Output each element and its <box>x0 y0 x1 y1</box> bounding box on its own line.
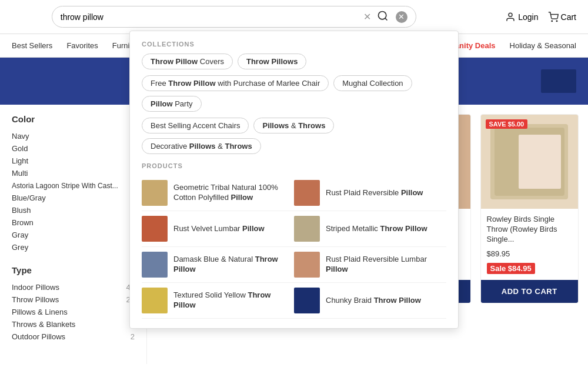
type-filter-title: Type <box>12 265 135 275</box>
product-suggestion-4[interactable]: Textured Solid Yellow Throw Pillow <box>142 283 294 319</box>
collections-list-2: Free Throw Pillow with Purchase of Marle… <box>142 75 446 112</box>
products-title: PRODUCTS <box>142 162 446 169</box>
nav-favorites[interactable]: Favorites <box>66 34 98 57</box>
product-suggestion-8[interactable]: Chunky Braid Throw Pillow <box>294 283 446 319</box>
product-suggestion-1[interactable]: Geometric Tribal Natural 100% Cotton Pol… <box>142 175 294 211</box>
collection-tag-6[interactable]: Best Selling Accent Chairs <box>142 118 249 133</box>
collection-tag-5[interactable]: Pillow Party <box>142 96 202 112</box>
color-filter-section: Color ▲ Navy3 Gold2 Light2 Multi2 Astori… <box>12 114 135 253</box>
product-suggestion-name-4: Textured Solid Yellow Throw Pillow <box>173 290 294 310</box>
product-suggestion-img-1 <box>142 180 168 206</box>
svg-point-2 <box>509 13 512 16</box>
product-suggestion-col-right: Rust Plaid Reversible Pillow Striped Met… <box>294 175 446 319</box>
color-bluegray[interactable]: Blue/Gray1 <box>12 192 135 204</box>
product-suggestion-name-6: Striped Metallic Throw Pillow <box>326 224 427 234</box>
product-suggestion-7[interactable]: Rust Plaid Reversible Lumbar Pillow <box>294 247 446 283</box>
product-suggestion-5[interactable]: Rust Plaid Reversible Pillow <box>294 175 446 211</box>
product-card-4-sale-price: Sale $84.95 <box>487 263 535 274</box>
cart-button[interactable]: Cart <box>548 12 576 22</box>
search-button[interactable] <box>375 10 391 24</box>
clear-x-icon[interactable]: ✕ <box>363 11 371 22</box>
product-suggestion-name-5: Rust Plaid Reversible Pillow <box>326 188 423 198</box>
product-card-4-info: Rowley Birds Single Throw (Rowley Birds … <box>481 209 579 280</box>
collection-tag-2[interactable]: Throw Pillows <box>238 54 306 69</box>
product-suggestion-3[interactable]: Damask Blue & Natural Throw Pillow <box>142 247 294 283</box>
color-navy[interactable]: Navy3 <box>12 130 135 142</box>
collection-tag-1[interactable]: Throw Pillow Covers <box>142 54 233 69</box>
product-card-4-save-badge: SAVE $5.00 <box>486 119 528 129</box>
color-blush[interactable]: Blush1 <box>12 204 135 216</box>
sidebar: Color ▲ Navy3 Gold2 Light2 Multi2 Astori… <box>0 105 147 364</box>
product-suggestion-name-2: Rust Velvet Lumbar Pillow <box>173 224 265 234</box>
product-suggestion-img-8 <box>294 288 320 313</box>
collections-list-3: Best Selling Accent Chairs Pillows & Thr… <box>142 118 446 154</box>
login-button[interactable]: Login <box>505 12 538 22</box>
search-input[interactable] <box>61 12 363 22</box>
nav-best-sellers[interactable]: Best Sellers <box>12 34 52 57</box>
product-suggestion-name-1: Geometric Tribal Natural 100% Cotton Pol… <box>173 183 294 203</box>
color-light[interactable]: Light2 <box>12 155 135 167</box>
svg-point-0 <box>378 12 386 19</box>
product-card-4-sale-row: Sale $84.95 <box>487 263 573 274</box>
collection-tag-3[interactable]: Free Throw Pillow with Purchase of Marle… <box>142 75 329 91</box>
product-card-4-img-wrapper: SAVE $5.00 <box>481 115 579 209</box>
color-grey[interactable]: Grey1 <box>12 241 135 253</box>
type-indoor-pillows[interactable]: Indoor Pillows41 <box>12 281 135 293</box>
product-card-4-name: Rowley Birds Single Throw (Rowley Birds … <box>487 215 573 245</box>
close-circle-icon[interactable]: ✕ <box>396 11 407 23</box>
color-brown[interactable]: Brown1 <box>12 216 135 229</box>
product-suggestion-img-5 <box>294 180 320 206</box>
color-filter-title: Color ▲ <box>12 114 135 124</box>
banner-image <box>541 69 576 93</box>
collections-title: COLLECTIONS <box>142 41 446 48</box>
search-bar: ✕ ✕ <box>52 6 416 28</box>
product-suggestion-img-7 <box>294 252 320 278</box>
product-suggestion-img-6 <box>294 216 320 242</box>
color-gold[interactable]: Gold2 <box>12 142 135 155</box>
product-suggestion-2[interactable]: Rust Velvet Lumbar Pillow <box>142 211 294 247</box>
type-throw-pillows[interactable]: Throw Pillows21 <box>12 293 135 306</box>
svg-point-3 <box>552 21 553 22</box>
product-card-4: SAVE $5.00 Rowley Birds Single Throw (Ro… <box>480 114 579 303</box>
color-gray[interactable]: Gray1 <box>12 229 135 241</box>
type-throws-blankets[interactable]: Throws & Blankets3 <box>12 318 135 330</box>
svg-point-4 <box>556 21 557 22</box>
products-suggestions: Geometric Tribal Natural 100% Cotton Pol… <box>142 175 446 319</box>
nav-holiday[interactable]: Holiday & Seasonal <box>510 34 576 57</box>
product-suggestion-img-2 <box>142 216 168 242</box>
product-card-4-image <box>481 115 579 209</box>
login-label: Login <box>518 12 538 22</box>
color-multi[interactable]: Multi2 <box>12 167 135 179</box>
svg-line-1 <box>385 18 387 21</box>
search-dropdown: COLLECTIONS Throw Pillow Covers Throw Pi… <box>129 31 459 329</box>
product-suggestion-col-left: Geometric Tribal Natural 100% Cotton Pol… <box>142 175 294 319</box>
cart-label: Cart <box>561 12 576 22</box>
product-suggestion-name-7: Rust Plaid Reversible Lumbar Pillow <box>326 255 446 275</box>
product-suggestion-img-4 <box>142 288 168 313</box>
product-suggestion-name-8: Chunky Braid Throw Pillow <box>326 296 421 306</box>
header-actions: Login Cart <box>505 12 576 22</box>
header: ✕ ✕ Login Cart <box>0 0 588 34</box>
add-to-cart-button-4[interactable]: ADD TO CART <box>481 280 579 303</box>
color-astoria[interactable]: Astoria Lagoon Stripe With Cast...1 <box>12 179 135 192</box>
product-suggestion-6[interactable]: Striped Metallic Throw Pillow <box>294 211 446 247</box>
collection-tag-4[interactable]: Mughal Collection <box>333 75 412 91</box>
collections-list: Throw Pillow Covers Throw Pillows <box>142 54 446 69</box>
product-card-4-original-price: $89.95 <box>487 249 510 258</box>
product-suggestion-name-3: Damask Blue & Natural Throw Pillow <box>173 255 294 275</box>
type-pillows-linens[interactable]: Pillows & Linens9 <box>12 306 135 318</box>
product-suggestion-img-3 <box>142 252 168 278</box>
type-filter-section: Type Indoor Pillows41 Throw Pillows21 Pi… <box>12 265 135 343</box>
product-card-4-prices: $89.95 <box>487 249 573 258</box>
collection-tag-8[interactable]: Decorative Pillows & Throws <box>142 138 261 154</box>
collection-tag-7[interactable]: Pillows & Throws <box>253 118 334 133</box>
type-outdoor-pillows[interactable]: Outdoor Pillows2 <box>12 330 135 343</box>
